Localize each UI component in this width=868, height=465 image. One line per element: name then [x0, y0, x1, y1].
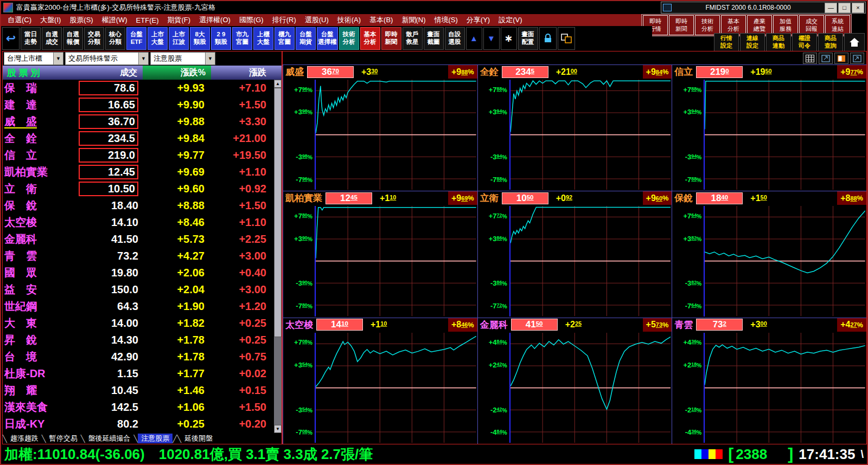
core-category-button[interactable]: 核心 分類	[105, 27, 125, 50]
menu-item-8[interactable]: 排行(R)	[268, 15, 301, 25]
system-link-button[interactable]: 系統 連結	[825, 15, 850, 35]
column-header-0[interactable]: 股 票 別	[3, 66, 73, 80]
dropdown-arrow-icon[interactable]: ▼	[138, 53, 148, 64]
market-select[interactable]: 台灣上市櫃 ▼	[4, 52, 63, 65]
minimize-button[interactable]: —	[825, 3, 837, 13]
tab-4[interactable]: 延後開盤	[181, 434, 216, 443]
favorite-button[interactable]: ∗	[501, 27, 517, 50]
tab-2[interactable]: 盤後延續撮合	[85, 434, 133, 443]
chart-cell-3[interactable]: 凱柏實業1245+110+969%+780%+390%-390%-780%	[283, 191, 477, 317]
table-row[interactable]: 國 眾19.80+2.06+0.40	[3, 264, 274, 281]
product-link-button[interactable]: 商品 連動	[766, 33, 791, 51]
tab-0[interactable]: 趨漲趨跌	[7, 434, 42, 443]
table-row[interactable]: 日成-KY80.2+0.25+0.20	[3, 416, 274, 432]
table-row[interactable]: 昇 銳14.30+1.78+0.25	[3, 332, 274, 348]
table-row[interactable]: 太空梭14.10+8.46+1.10	[3, 214, 274, 231]
chart-cell-0[interactable]: 威盛3670+330+988%+796%+398%-398%-796%	[283, 64, 477, 191]
scroll-up-icon[interactable]: ▲	[274, 80, 282, 88]
tab-1[interactable]: 暫停交易	[46, 434, 81, 443]
table-row[interactable]: 翔 耀10.45+1.46+0.15	[3, 382, 274, 399]
page-down-button[interactable]: ▼	[483, 27, 500, 50]
watchlist-trades-button[interactable]: 自選 成交	[42, 27, 62, 50]
table-row[interactable]: 世紀鋼64.3+1.90+1.20	[3, 298, 274, 315]
otc-index-button[interactable]: 上櫃 大盤	[253, 27, 273, 50]
29-sectors-button[interactable]: 2 9 類股	[211, 27, 231, 50]
table-row[interactable]: 杜康-DR1.15+1.77+0.02	[3, 365, 274, 382]
chart-cell-7[interactable]: 金麗科4150+225+573%+484%+242%-242%-484%	[477, 318, 672, 444]
realtime-news-button[interactable]: 即時 新聞	[381, 27, 401, 50]
scroll-down-icon[interactable]: ▼	[274, 425, 282, 433]
category-select[interactable]: 注意股票 ▼	[150, 52, 215, 65]
dropdown-arrow-icon[interactable]: ▼	[205, 53, 215, 64]
page-up-button[interactable]: ▲	[466, 27, 482, 50]
menu-item-15[interactable]: 設定(V)	[494, 15, 526, 25]
menu-item-4[interactable]: ETF(E)	[132, 16, 163, 24]
chart-cell-4[interactable]: 立衛1050+092+960%+772%+386%-386%-772%	[477, 191, 672, 317]
dropdown-arrow-icon[interactable]: ▼	[53, 53, 63, 64]
technical-analysis-button[interactable]: 技術 分析	[339, 27, 359, 50]
retail-rescue-button[interactable]: 散戶 救星	[403, 27, 423, 50]
connection-settings-button[interactable]: 連線 設定	[740, 33, 765, 51]
table-row[interactable]: 金麗科41.50+5.73+2.25	[3, 231, 274, 248]
table-row[interactable]: 保 銳18.40+8.88+1.50	[3, 197, 274, 214]
menu-item-11[interactable]: 基本(B)	[365, 15, 397, 25]
watchlist-quotes-button[interactable]: 自選 報價	[63, 27, 83, 50]
menu-item-13[interactable]: 情境(S)	[430, 15, 462, 25]
fundamental-panel-button[interactable]: 基本 分析	[721, 15, 746, 35]
menu-item-3[interactable]: 權證(W)	[98, 15, 132, 25]
table-row[interactable]: 台 境42.90+1.78+0.75	[3, 348, 274, 365]
back-button[interactable]: ↩	[2, 27, 20, 50]
chart-cell-8[interactable]: 青雲732+300+427%+436%+218%-218%-436%	[672, 318, 866, 444]
layout-config-button[interactable]: 畫面 配置	[518, 27, 538, 50]
column-header-3[interactable]: 漲跌	[211, 66, 274, 80]
trade-report-button[interactable]: 成交 回報	[799, 15, 824, 35]
lock-button[interactable]	[539, 27, 557, 50]
daily-trend-button[interactable]: 當日 走勢	[21, 27, 41, 50]
split-window-button[interactable]	[558, 27, 575, 50]
otc-nine-grid-button[interactable]: 櫃九 宮圖	[275, 27, 295, 50]
home-button[interactable]	[844, 33, 865, 51]
scrollbar-track[interactable]	[274, 88, 282, 425]
technical-panel-button[interactable]: 技術 分析	[695, 15, 720, 35]
close-button[interactable]: ×	[852, 3, 864, 13]
table-scrollbar[interactable]: ▲ ▼	[274, 80, 282, 433]
grid-view-button[interactable]	[803, 53, 817, 64]
twse-wave-button[interactable]: 上市 江波	[169, 27, 189, 50]
menu-item-12[interactable]: 新聞(N)	[397, 15, 430, 25]
tab-3[interactable]: 注意股票	[138, 434, 173, 443]
taiwan-futures-button[interactable]: 台盤 期貨	[296, 27, 316, 50]
popout-button[interactable]	[819, 53, 833, 64]
chart-cell-5[interactable]: 保銳1840+150+888%+764%+382%-382%-764%	[672, 191, 866, 317]
table-row[interactable]: 凱柏實業12.45+9.69+1.10	[3, 164, 274, 180]
table-row[interactable]: 益 安150.0+2.04+3.00	[3, 281, 274, 298]
menu-item-14[interactable]: 分享(Y)	[462, 15, 494, 25]
value-added-button[interactable]: 加值 服務	[773, 15, 798, 35]
menu-item-9[interactable]: 選股(U)	[301, 15, 333, 25]
table-row[interactable]: 保 瑞78.6+9.93+7.10	[3, 80, 274, 96]
warrant-commander-button[interactable]: 權證 司令	[792, 33, 817, 51]
warning-type-select[interactable]: 交易所特殊警示 ▼	[65, 52, 149, 65]
table-row[interactable]: 漢來美食142.5+1.06+1.50	[3, 399, 274, 416]
maximize-button[interactable]: □	[838, 3, 851, 13]
chart-cell-2[interactable]: 信立2190+1950+977%+788%+394%-394%-788%	[672, 64, 866, 191]
table-row[interactable]: 建 達16.65+9.90+1.50	[3, 96, 274, 113]
twse-nine-grid-button[interactable]: 市九 宮圖	[232, 27, 252, 50]
menu-item-2[interactable]: 股票(S)	[65, 15, 97, 25]
custom-screener-button[interactable]: 自設 選股	[445, 27, 465, 50]
table-row[interactable]: 全 銓234.5+9.84+21.00	[3, 130, 274, 147]
table-row[interactable]: 立 衛10.50+9.60+0.92	[3, 180, 274, 197]
quote-settings-button[interactable]: 行情 設定	[714, 33, 739, 51]
table-row[interactable]: 威 盛36.70+9.88+3.30	[3, 113, 274, 130]
symbol-code-box[interactable]: [ 2388 ]	[728, 445, 793, 463]
layout-button[interactable]	[834, 53, 848, 64]
fundamental-analysis-button[interactable]: 基本 分析	[360, 27, 380, 50]
screenshot-button[interactable]: 畫面 截圖	[424, 27, 444, 50]
column-header-1[interactable]: 成交	[73, 66, 143, 80]
menu-item-7[interactable]: 國際(G)	[235, 15, 268, 25]
chart-cell-1[interactable]: 全銓2345+2100+984%+788%+394%-394%-788%	[477, 64, 672, 191]
industry-overview-button[interactable]: 產業 總覽	[747, 15, 772, 35]
menu-item-5[interactable]: 期貨(F)	[163, 15, 195, 25]
table-row[interactable]: 信 立219.0+9.77+19.50	[3, 147, 274, 164]
menu-item-1[interactable]: 大盤(I)	[36, 15, 65, 25]
menu-item-6[interactable]: 選擇權(O)	[195, 15, 235, 25]
